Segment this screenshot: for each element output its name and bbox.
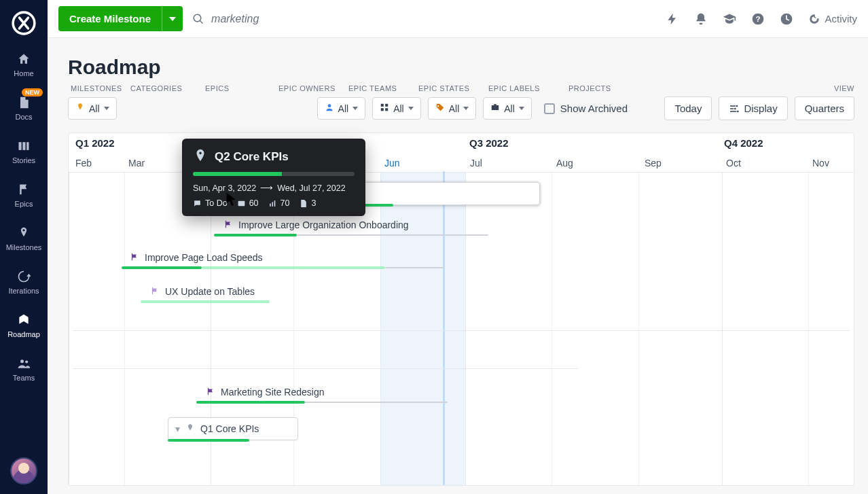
lbl-states: EPIC STATES: [418, 84, 476, 92]
tooltip-stat3: 3: [299, 198, 316, 208]
lbl-epics: EPICS: [205, 84, 266, 92]
grid-icon: [380, 103, 389, 114]
separator: [73, 368, 578, 369]
svg-text:?: ?: [756, 14, 761, 23]
m-label: Sep: [645, 158, 662, 169]
bar-title: UX Update on Tables: [165, 286, 255, 297]
separator: [73, 330, 850, 331]
nav-stories[interactable]: Stories: [2, 136, 46, 167]
filters-bar: All All All All All: [68, 96, 854, 120]
chevron-down-icon: [408, 107, 414, 110]
search-field[interactable]: [192, 12, 545, 26]
q-label: Q3 2022: [469, 137, 509, 149]
show-archived-toggle[interactable]: Show Archived: [539, 103, 633, 114]
timeline-body: ▾ Q2 Core KPIs Improve Large Organizatio…: [69, 173, 854, 485]
flag-icon: [206, 387, 215, 398]
m-label: Jun: [384, 158, 400, 169]
activity-link[interactable]: Activity: [808, 13, 857, 25]
home-icon: [17, 52, 31, 67]
create-dropdown-button[interactable]: [162, 6, 183, 31]
tooltip-stat1: 60: [237, 198, 259, 208]
top-bar: Create Milestone ? Activity: [48, 0, 868, 38]
nav-teams-label: Teams: [13, 374, 35, 382]
briefcase-icon: [490, 103, 500, 114]
doc-icon: [299, 199, 308, 208]
nav-teams[interactable]: Teams: [2, 353, 46, 385]
chat-icon: [193, 199, 202, 208]
filter-labels-row: MILESTONES CATEGORIES EPICS EPIC OWNERS …: [68, 84, 854, 92]
lbl-projects: PROJECTS: [568, 84, 623, 92]
q-label: Q4 2022: [724, 137, 763, 149]
docs-icon: [17, 95, 31, 110]
bar-title: Marketing Site Redesign: [221, 387, 325, 398]
new-badge: NEW: [22, 88, 43, 96]
bar-q1-core-kpis[interactable]: ▾ Q1 Core KPIs: [168, 417, 298, 440]
m-label: Mar: [128, 158, 145, 169]
tooltip-dates: Sun, Apr 3, 2022 ⟶ Wed, Jul 27, 2022: [193, 183, 355, 193]
filter-milestones[interactable]: All: [68, 97, 117, 120]
tooltip-start: Sun, Apr 3, 2022: [193, 183, 256, 193]
user-icon: [325, 103, 334, 114]
bolt-icon[interactable]: [666, 12, 679, 26]
tooltip-status: To Do: [193, 198, 228, 208]
today-button[interactable]: Today: [664, 96, 712, 120]
lbl-owners: EPIC OWNERS: [278, 84, 336, 92]
lbl-view: VIEW: [834, 84, 854, 92]
svg-rect-2: [22, 142, 25, 150]
progress-bar: [141, 300, 270, 303]
bar-ux[interactable]: UX Update on Tables: [143, 280, 347, 303]
nav-roadmap[interactable]: Roadmap: [2, 310, 46, 341]
tooltip-title: Q2 Core KPIs: [215, 150, 289, 164]
filter-epic-owners[interactable]: All: [317, 97, 366, 120]
left-nav: Home NEW Docs Stories Epics Milestones I…: [0, 0, 48, 494]
help-icon[interactable]: ?: [751, 12, 765, 26]
search-input[interactable]: [210, 12, 545, 26]
teams-icon: [17, 356, 31, 371]
show-archived-label: Show Archived: [560, 103, 628, 114]
svg-point-14: [736, 105, 738, 107]
nav-epics[interactable]: Epics: [2, 179, 46, 211]
svg-point-16: [737, 110, 739, 112]
filter-epic-teams[interactable]: All: [372, 97, 421, 120]
tooltip-end: Wed, Jul 27, 2022: [277, 183, 346, 193]
quarters-button[interactable]: Quarters: [795, 96, 854, 120]
bar-title: Improve Page Load Speeds: [145, 252, 263, 263]
nav-docs[interactable]: NEW Docs: [2, 92, 46, 124]
avatar[interactable]: [10, 457, 37, 484]
filter-projects[interactable]: All: [483, 97, 532, 120]
caret-down-icon: [169, 17, 176, 21]
bar-marketing[interactable]: Marketing Site Redesign: [199, 381, 457, 404]
app-logo[interactable]: [10, 10, 37, 37]
bar-pageload[interactable]: Improve Page Load Speeds: [123, 246, 449, 269]
checkbox-icon: [544, 103, 555, 114]
bar-onboarding[interactable]: Improve Large Organization Onboarding: [217, 213, 488, 236]
filter-milestones-value: All: [89, 103, 100, 114]
progress-bar: [122, 266, 202, 269]
nav-home[interactable]: Home: [2, 49, 46, 80]
bell-icon[interactable]: [694, 12, 708, 26]
filter-epic-labels[interactable]: All: [428, 97, 477, 120]
chevron-down-icon: [104, 107, 109, 110]
progress-bar: [168, 439, 249, 442]
remaining-bar: [385, 267, 445, 268]
nav-iterations[interactable]: Iterations: [2, 266, 46, 298]
flag-icon: [150, 286, 160, 298]
nav-milestones[interactable]: Milestones: [2, 223, 46, 254]
m-label: Oct: [726, 158, 741, 169]
display-button[interactable]: Display: [719, 96, 787, 120]
svg-point-4: [20, 359, 24, 363]
search-icon: [192, 13, 204, 25]
progress-bar: [202, 266, 385, 269]
create-milestone-button[interactable]: Create Milestone: [58, 6, 162, 31]
graduation-icon[interactable]: [723, 12, 736, 26]
svg-point-5: [25, 360, 28, 363]
clock-icon[interactable]: [780, 12, 793, 26]
lbl-milestones: MILESTONES: [71, 84, 118, 92]
milestone-tooltip: Q2 Core KPIs Sun, Apr 3, 2022 ⟶ Wed, Jul…: [182, 139, 365, 216]
stories-icon: [17, 139, 31, 154]
arrow-right-icon: ⟶: [260, 183, 273, 193]
main-content: Roadmap MILESTONES CATEGORIES EPICS EPIC…: [48, 38, 868, 494]
svg-rect-10: [381, 104, 384, 107]
svg-rect-18: [270, 203, 271, 206]
chevron-down-icon: [352, 107, 358, 110]
